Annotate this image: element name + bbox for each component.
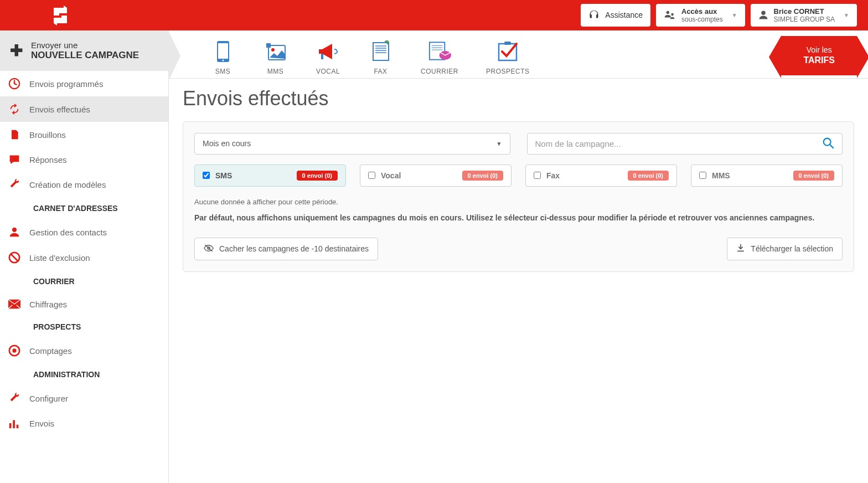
sidebar-section-prospects: PROSPECTS [0, 316, 168, 338]
logo[interactable] [44, 2, 76, 29]
channel-fax-label: FAX [374, 68, 387, 75]
channel-prospects-label: PROSPECTS [486, 68, 530, 75]
svg-rect-20 [373, 43, 389, 60]
svg-point-17 [271, 48, 275, 52]
svg-point-9 [12, 348, 16, 352]
image-icon [263, 39, 288, 64]
svg-point-2 [761, 11, 766, 16]
sidebar-item-label: Envois programmés [29, 79, 103, 89]
filter-mms-label: MMS [712, 171, 730, 180]
period-select[interactable]: Mois en cours ▼ [194, 133, 510, 155]
assistance-label: Assistance [605, 11, 643, 19]
tarifs-line1: Voir les [803, 45, 835, 55]
search-icon [822, 137, 834, 149]
sidebar-item-completed[interactable]: Envois effectués [0, 96, 168, 122]
filter-sms[interactable]: SMS 0 envoi (0) [194, 165, 346, 187]
sub-accounts-button[interactable]: Accès aux sous-comptes ▼ [656, 4, 745, 27]
svg-line-6 [11, 254, 18, 261]
sidebar-item-scheduled[interactable]: Envois programmés [0, 71, 168, 96]
sidebar-item-replies[interactable]: Réponses [0, 147, 168, 172]
download-button[interactable]: Télécharger la sélection [727, 238, 843, 260]
assistance-button[interactable]: Assistance [581, 4, 650, 27]
channel-mail[interactable]: COURRIER [407, 39, 472, 75]
tarifs-line2: TARIFS [803, 55, 835, 66]
svg-rect-12 [17, 425, 19, 428]
eye-off-icon [204, 244, 214, 254]
top-header: Assistance Accès aux sous-comptes ▼ Bric… [0, 0, 868, 30]
filter-vocal-label: Vocal [381, 171, 401, 180]
filter-mms-badge: 0 envoi (0) [793, 171, 834, 181]
sidebar-item-configure[interactable]: Configurer [0, 386, 168, 411]
ban-icon [8, 251, 21, 264]
channel-mms[interactable]: MMS [249, 39, 302, 75]
svg-point-4 [12, 228, 17, 232]
sidebar-section-addressbook: CARNET D'ADRESSES [0, 197, 168, 219]
channel-prospects[interactable]: PROSPECTS [472, 39, 544, 75]
user-company: SIMPLE GROUP SA [774, 16, 835, 23]
channel-sms-label: SMS [215, 68, 231, 75]
sidebar-item-label: Configurer [29, 394, 68, 403]
search-input[interactable] [535, 137, 823, 151]
new-campaign-line1: Envoyer une [31, 40, 139, 50]
channel-fax[interactable]: FAX [354, 39, 407, 75]
plus-icon: ✚ [10, 42, 23, 60]
sidebar-item-sends[interactable]: Envois [0, 411, 168, 435]
content: SMS MMS VOCAL FAX COURRIER PROSPECTS [169, 30, 868, 483]
svg-rect-19 [321, 54, 323, 59]
tarifs-button[interactable]: Voir les TARIFS [781, 36, 857, 75]
person-icon [8, 226, 21, 238]
sidebar-item-quotes[interactable]: Chiffrages [0, 292, 168, 316]
new-campaign-button[interactable]: ✚ Envoyer une NOUVELLE CAMPAGNE [0, 30, 168, 71]
chevron-down-icon: ▼ [844, 12, 849, 18]
user-name: Brice CORNET [774, 7, 824, 16]
logo-icon [51, 6, 69, 25]
channels-row: SMS MMS VOCAL FAX COURRIER PROSPECTS [169, 30, 868, 79]
sidebar-item-label: Comptages [29, 346, 72, 356]
download-button-label: Télécharger la sélection [751, 244, 833, 253]
svg-rect-14 [218, 43, 228, 59]
sidebar: ✚ Envoyer une NOUVELLE CAMPAGNE Envois p… [0, 30, 169, 483]
svg-point-0 [666, 11, 670, 14]
filter-vocal-checkbox[interactable] [368, 172, 375, 179]
hide-campaigns-button[interactable]: Cacher les campagnes de -10 destinataire… [194, 238, 378, 260]
svg-line-33 [830, 145, 834, 148]
svg-rect-18 [266, 43, 271, 48]
channel-vocal[interactable]: VOCAL [302, 39, 354, 75]
sidebar-item-drafts[interactable]: Brouillons [0, 122, 168, 147]
sidebar-item-label: Brouillons [29, 130, 66, 140]
fax-icon [368, 39, 393, 64]
no-data-text: Aucune donnée à afficher pour cette péri… [194, 198, 843, 206]
wrench-icon [8, 392, 21, 404]
filter-sms-label: SMS [215, 171, 232, 180]
chevron-down-icon: ▼ [732, 12, 737, 18]
filter-sms-checkbox[interactable] [203, 172, 210, 179]
filter-vocal-badge: 0 envoi (0) [462, 171, 503, 181]
filter-vocal[interactable]: Vocal 0 envoi (0) [360, 165, 512, 187]
envelope-icon [8, 299, 21, 309]
sidebar-item-contacts[interactable]: Gestion des contacts [0, 219, 168, 245]
svg-rect-10 [9, 423, 12, 428]
clock-icon [8, 78, 21, 90]
sidebar-item-label: Chiffrages [29, 300, 67, 309]
chart-icon [8, 418, 21, 429]
search-wrap [527, 133, 843, 155]
user-button[interactable]: Brice CORNET SIMPLE GROUP SA ▼ [751, 4, 857, 27]
hide-button-label: Cacher les campagnes de -10 destinataire… [219, 244, 369, 253]
filter-mms-checkbox[interactable] [699, 172, 706, 179]
filter-fax-checkbox[interactable] [534, 172, 541, 179]
sidebar-section-mail: COURRIER [0, 270, 168, 292]
filter-fax-badge: 0 envoi (0) [628, 171, 669, 181]
sidebar-item-counts[interactable]: Comptages [0, 338, 168, 363]
sidebar-item-exclusion[interactable]: Liste d'exclusion [0, 245, 168, 270]
sidebar-item-label: Liste d'exclusion [29, 253, 90, 263]
filter-mms[interactable]: MMS 0 envoi (0) [691, 165, 843, 187]
refresh-icon [8, 103, 21, 115]
search-button[interactable] [822, 137, 834, 151]
svg-rect-11 [13, 420, 15, 429]
filter-fax-label: Fax [546, 171, 560, 180]
svg-point-15 [222, 60, 224, 61]
channel-sms[interactable]: SMS [197, 39, 249, 75]
filter-fax[interactable]: Fax 0 envoi (0) [525, 165, 677, 187]
sidebar-item-label: Création de modèles [29, 180, 106, 189]
sidebar-item-templates[interactable]: Création de modèles [0, 172, 168, 197]
